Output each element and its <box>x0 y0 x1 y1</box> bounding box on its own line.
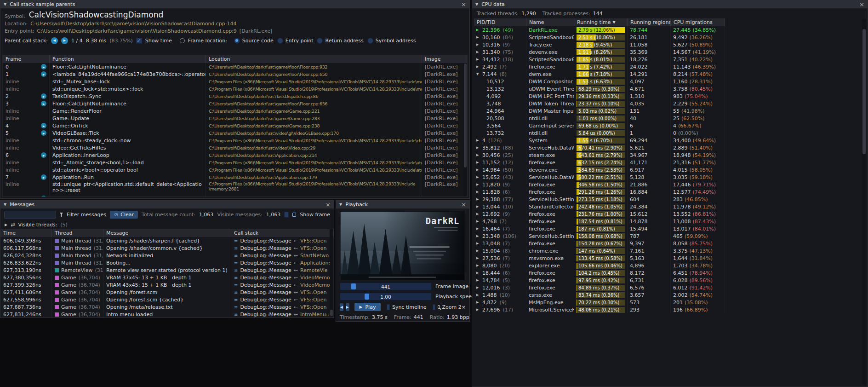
message-row[interactable]: 627,411,606nsGame(36,704)Opening /forest… <box>0 289 334 296</box>
expand-row-icon[interactable]: ▶ <box>476 58 480 61</box>
callstack-frame-row[interactable]: inlinestd::_Mutex_base::lockC:\Program F… <box>3 78 467 85</box>
expand-row-icon[interactable]: ▶ <box>476 249 480 253</box>
goto-frame-icon[interactable]: ▶ <box>41 93 46 99</box>
callstack-frame-row[interactable]: 2▶TaskDispatch::SyncC:\Users\wolf\Deskto… <box>3 92 467 100</box>
cpu-process-row[interactable]: ▶27,696(17)Microsoft.ServiceHub.Co48.06 … <box>474 306 725 313</box>
collapse-row-icon[interactable]: ▼ <box>476 72 480 76</box>
cpu-process-row[interactable]: ▶23,348(106)ServiceHub.SettingsHost158.0… <box>474 232 725 240</box>
expand-row-icon[interactable]: ▶ <box>476 242 480 245</box>
frame-image-slider[interactable]: 441 <box>340 283 432 290</box>
message-callstack[interactable]: ≡DebugLog::Message←RemoteVie <box>231 266 334 274</box>
collapse-icon[interactable]: ▼ <box>475 2 478 6</box>
cpu-process-row[interactable]: 13,732ntdll.dll5.84 us (0.00%)10(0.00%) <box>474 129 725 137</box>
cpu-scrollbar-thumb[interactable] <box>862 29 866 154</box>
column-header-frame[interactable]: Frame <box>3 55 50 63</box>
callstack-frame-row[interactable]: inlineVideo::GetTicksHiResC:\Users\wolf\… <box>3 144 467 151</box>
expand-row-icon[interactable]: ▶ <box>476 219 480 223</box>
collapse-icon[interactable]: ▼ <box>4 202 6 207</box>
close-icon[interactable]: × <box>326 202 331 208</box>
message-row[interactable]: 627,687,736nsGame(36,704)Opening /meta/r… <box>0 303 334 311</box>
play-button[interactable]: ▶ Play <box>354 303 381 311</box>
cpu-process-row[interactable]: ▶4,768(7)firefox.exe187.54 ms (0.81%)14,… <box>474 218 725 225</box>
expand-row-icon[interactable]: ▶ <box>476 234 480 238</box>
column-header-running-regions[interactable]: Running regions <box>628 18 671 26</box>
column-header-function[interactable]: Function <box>50 55 206 63</box>
cpu-process-row[interactable]: ▶18,444(6)firefox.exe104.2 ms (0.45%)8,1… <box>474 269 725 277</box>
message-callstack[interactable]: ≡DebugLog::Message←VFS::Open <box>231 244 334 252</box>
message-callstack[interactable]: ≡DebugLog::Message←VFS::Open <box>231 289 334 296</box>
expand-row-icon[interactable]: ▶ <box>476 65 480 69</box>
callstack-titlebar[interactable]: ▼ Call stack sample parents × <box>0 0 469 9</box>
column-header-image[interactable]: Image <box>422 55 467 63</box>
callstack-frame-row[interactable]: 4▶Game::OnTickC:\Users\wolf\Desktop\dark… <box>3 122 467 129</box>
column-header-callstack[interactable]: Call stack <box>231 229 334 237</box>
expand-row-icon[interactable]: ▶ <box>476 175 480 179</box>
goto-frame-icon[interactable]: ▶ <box>41 64 46 69</box>
expand-row-icon[interactable]: ▶ <box>476 168 480 172</box>
message-row[interactable]: 627,558,996nsGame(36,704)Opening /forest… <box>0 296 334 303</box>
expand-row-icon[interactable]: ▶ <box>476 50 480 54</box>
message-callstack[interactable]: ≡DebugLog::Message←VideoMemo <box>231 274 334 281</box>
message-callstack[interactable]: ≡DebugLog::Message←VFS::Open <box>231 296 334 303</box>
prev-stack-button[interactable]: ◀ <box>51 37 58 44</box>
cpu-process-row[interactable]: ▶34,412(18)ScriptedSandbox64.exe1.85 s (… <box>474 56 725 63</box>
goto-frame-icon[interactable]: ▶ <box>41 196 46 197</box>
collapse-icon[interactable]: ▼ <box>339 202 342 207</box>
callstack-frame-row[interactable]: inlinestd::unique_lock<std::mutex>::lock… <box>3 85 467 92</box>
message-row[interactable]: 627,380,356nsGame(36,704)VRAM 37x45: 13 … <box>0 274 334 281</box>
message-callstack[interactable]: ≡DebugLog::Message←VideoMemo <box>231 281 334 289</box>
message-row[interactable]: 606,049,398nsMain thread(31,596)Opening … <box>0 237 334 244</box>
close-icon[interactable]: × <box>461 202 466 208</box>
filter-input[interactable] <box>4 211 56 219</box>
cpu-process-row[interactable]: 4,092DWM LPC Port Thread29.16 ms (0.13%)… <box>474 92 725 100</box>
cpu-process-row[interactable]: ▶15,652(43)ServiceHub.DataWareho580.22 m… <box>474 173 725 181</box>
expand-row-icon[interactable]: ▶ <box>476 308 480 312</box>
cpu-process-row[interactable]: ▶13,048(7)firefox.exe154.28 ms (0.67%)9,… <box>474 240 725 247</box>
cpu-process-row[interactable]: 10,512DWM Compositor Threac1.53 s (6.63%… <box>474 78 725 85</box>
column-header-message[interactable]: Message <box>103 229 231 237</box>
cpu-process-row[interactable]: ▶30,456(25)steam.exe643.61 ms (2.79%)34,… <box>474 151 725 159</box>
sync-timeline-checkbox[interactable]: ✓ <box>387 304 390 310</box>
goto-frame-icon[interactable]: ▶ <box>41 71 46 77</box>
close-icon[interactable]: × <box>461 1 466 7</box>
cpu-process-row[interactable]: ▶12,016(3)firefox.exe84.89 ms (0.37%)6,5… <box>474 284 725 291</box>
column-header-time[interactable]: Time <box>0 229 52 237</box>
expand-row-icon[interactable]: ▶ <box>476 227 480 231</box>
message-row[interactable]: 627,313,190nsRemoteView(31,392)Remote vi… <box>0 266 334 274</box>
message-callstack[interactable]: ≡DebugLog::Message←IntroMenu:: <box>231 311 334 318</box>
expand-row-icon[interactable]: ▶ <box>476 278 480 282</box>
expand-row-icon[interactable]: ▶ <box>476 271 480 275</box>
radio-return-address[interactable] <box>317 38 323 44</box>
cpu-process-row[interactable]: 24,964DWM Master Input Threa5.03 ms (0.0… <box>474 107 725 115</box>
messages-scrollbar[interactable] <box>330 229 333 317</box>
radio-entry-point[interactable] <box>277 38 283 44</box>
expand-row-icon[interactable]: ▶ <box>476 43 480 46</box>
expand-row-icon[interactable]: ▶ <box>476 300 480 304</box>
goto-frame-icon[interactable]: ▶ <box>41 174 46 180</box>
cpu-process-row[interactable]: 20,508ntdll.dll1.01 ms (0.00%)4025(62.50… <box>474 115 725 122</box>
cpu-process-row[interactable]: ▶11,820(9)firefox.exe346.58 ms (1.50%)21… <box>474 181 725 188</box>
visible-threads-row[interactable]: ▶ ⇄ Visible threads: (5) <box>0 220 334 229</box>
expand-row-icon[interactable]: ▶ <box>476 146 480 150</box>
expand-row-icon[interactable]: ▶ <box>476 190 480 194</box>
callstack-frame-row[interactable]: 8▶mainC:\Users\wolf\Desktop\darkrl\src\E… <box>3 195 467 197</box>
expand-row-icon[interactable]: ▶ <box>476 212 480 216</box>
expand-row-icon[interactable]: ▶ <box>476 139 480 142</box>
cpu-process-row[interactable]: ▶11,152(12)firefox.exe632.15 ms (2.74%)4… <box>474 159 725 166</box>
show-frame-checkbox[interactable]: ✓ <box>284 212 288 218</box>
callstack-frame-row[interactable]: inlineGame::RenderFloorC:\Users\wolf\Des… <box>3 107 467 115</box>
message-callstack[interactable]: ≡DebugLog::Message←VFS::Open <box>231 303 334 311</box>
cpu-process-row[interactable]: 3,564GameInput server69.68 us (0.00%)64(… <box>474 122 725 129</box>
collapse-icon[interactable]: ▼ <box>4 2 6 6</box>
cpu-process-row[interactable]: ▶13,044(10)StandardCollector.Servic242.4… <box>474 203 725 210</box>
cpu-process-row[interactable]: ▶1,488(10)csrss.exe83.74 ms (0.36%)3,657… <box>474 291 725 299</box>
radio-source-code[interactable] <box>234 38 240 44</box>
expand-row-icon[interactable]: ▶ <box>476 197 480 201</box>
cpu-process-row[interactable]: ▶4(126)System1.55 s (6.70%)69,29434,400(… <box>474 137 725 144</box>
cpu-process-row[interactable]: 13,132uDWM Event Thread68.29 ms (0.30%)4… <box>474 85 725 92</box>
cpu-process-row[interactable]: ▶27,536(7)msvsmon.exe133.45 ms (0.58%)5,… <box>474 254 725 262</box>
column-header-thread[interactable]: Thread <box>52 229 103 237</box>
expand-row-icon[interactable]: ▶ <box>476 28 480 32</box>
expand-row-icon[interactable]: ▶ <box>476 161 480 164</box>
cpu-process-row[interactable]: ▶22,396(49)DarkRL.exe2.79 s (12.06%)78,7… <box>474 26 725 34</box>
